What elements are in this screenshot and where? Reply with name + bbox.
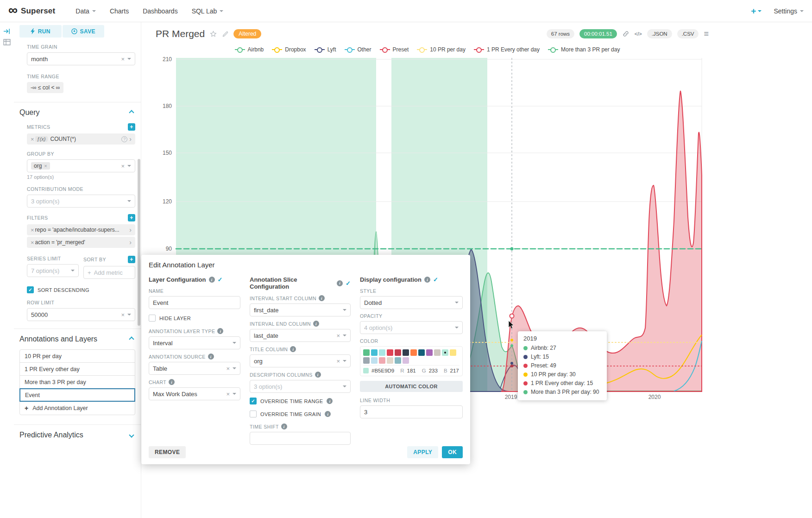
clear-icon[interactable]: × bbox=[336, 332, 340, 339]
color-swatch[interactable] bbox=[363, 349, 370, 356]
export-csv-button[interactable]: .CSV bbox=[677, 29, 699, 38]
clear-icon[interactable]: × bbox=[121, 311, 125, 318]
embed-code-icon[interactable]: </> bbox=[635, 31, 642, 37]
legend-item[interactable]: Dropbox bbox=[272, 46, 306, 53]
color-swatch[interactable] bbox=[379, 349, 385, 356]
color-swatch-selected[interactable] bbox=[442, 349, 448, 356]
predictive-section-header[interactable]: Predictive Analytics bbox=[19, 431, 135, 439]
interval-end-select[interactable]: last_date × bbox=[250, 329, 351, 342]
name-input[interactable] bbox=[149, 296, 240, 309]
chart-select[interactable]: Max Work Dates × bbox=[149, 387, 240, 400]
group-by-tag[interactable]: org × bbox=[31, 162, 50, 170]
legend-item[interactable]: 10 PR per day bbox=[417, 46, 466, 53]
color-swatch[interactable] bbox=[450, 349, 456, 356]
annotation-source-select[interactable]: Table × bbox=[149, 362, 240, 375]
color-swatch[interactable] bbox=[395, 349, 401, 356]
remove-tag-icon[interactable]: × bbox=[44, 163, 47, 169]
opacity-select[interactable]: 4 option(s) bbox=[360, 321, 463, 334]
filter-pill[interactable]: × repo = 'apache/incubator-supers... › bbox=[27, 224, 135, 235]
series-limit-select[interactable]: 7 option(s) bbox=[27, 264, 79, 277]
r-value[interactable]: 181 bbox=[407, 368, 416, 373]
legend-item[interactable]: Preset bbox=[380, 46, 409, 53]
clear-icon[interactable]: × bbox=[226, 365, 230, 372]
info-icon[interactable]: i bbox=[209, 277, 215, 283]
override-time-range-checkbox[interactable]: ✓ OVERRIDE TIME RANGE i bbox=[250, 398, 351, 404]
automatic-color-button[interactable]: AUTOMATIC COLOR bbox=[360, 381, 463, 392]
clear-icon[interactable]: × bbox=[226, 391, 230, 398]
annotation-layer-item[interactable]: 1 PR Every other day bbox=[19, 362, 135, 376]
annotation-layer-type-select[interactable]: Interval bbox=[149, 336, 240, 349]
info-icon[interactable]: i bbox=[319, 295, 325, 301]
color-swatch[interactable] bbox=[403, 349, 409, 356]
add-filter-button[interactable]: + bbox=[128, 214, 135, 221]
contribution-mode-select[interactable]: 3 option(s) bbox=[27, 195, 135, 208]
color-swatch[interactable] bbox=[418, 349, 425, 356]
time-range-pill[interactable]: -∞ ≤ col < ∞ bbox=[27, 82, 63, 93]
nav-menu-charts[interactable]: Charts bbox=[110, 7, 129, 15]
panel-scrollbar[interactable] bbox=[138, 159, 140, 326]
color-swatch[interactable] bbox=[387, 349, 393, 356]
color-swatch[interactable] bbox=[379, 357, 385, 364]
annotation-layer-item[interactable]: 10 PR per day bbox=[19, 349, 135, 363]
g-value[interactable]: 233 bbox=[429, 368, 438, 373]
remove-button[interactable]: REMOVE bbox=[149, 446, 186, 458]
time-grain-select[interactable]: month × bbox=[27, 52, 135, 65]
description-columns-select[interactable]: 3 option(s) bbox=[250, 380, 351, 393]
save-button[interactable]: SAVE bbox=[63, 25, 105, 38]
edit-pencil-icon[interactable] bbox=[222, 31, 229, 38]
info-icon[interactable]: i bbox=[313, 321, 319, 327]
color-swatch[interactable] bbox=[371, 349, 378, 356]
info-icon[interactable]: i bbox=[290, 346, 296, 352]
clear-icon[interactable]: × bbox=[336, 358, 340, 365]
settings-menu[interactable]: Settings bbox=[774, 7, 804, 15]
share-link-icon[interactable] bbox=[622, 30, 629, 38]
info-icon[interactable]: i bbox=[281, 423, 287, 430]
collapse-datasource-icon[interactable] bbox=[3, 28, 10, 37]
row-limit-select[interactable]: 50000 × bbox=[27, 308, 135, 321]
annotation-layer-item[interactable]: More than 3 PR per day bbox=[19, 375, 135, 389]
add-annotation-layer-button[interactable]: + Add Annotation Layer bbox=[19, 401, 135, 415]
b-value[interactable]: 217 bbox=[450, 368, 459, 373]
color-swatch[interactable] bbox=[387, 357, 393, 364]
annotation-layer-item-selected[interactable]: Event bbox=[19, 388, 135, 402]
clear-icon[interactable]: × bbox=[121, 163, 125, 170]
sort-by-select[interactable]: + Add metric bbox=[83, 266, 135, 279]
nav-menu-dashboards[interactable]: Dashboards bbox=[143, 7, 178, 15]
hide-layer-checkbox[interactable]: HIDE LAYER bbox=[149, 315, 240, 322]
legend-item[interactable]: Lyft bbox=[315, 46, 336, 53]
remove-filter-icon[interactable]: × bbox=[31, 239, 34, 246]
legend-item[interactable]: More than 3 PR per day bbox=[548, 46, 620, 53]
annotations-section-header[interactable]: Annotations and Layers bbox=[19, 335, 135, 343]
apply-button[interactable]: APPLY bbox=[407, 446, 438, 458]
superset-logo[interactable]: ∞ Superset bbox=[8, 6, 55, 16]
filter-pill[interactable]: × action = 'pr_merged' › bbox=[27, 237, 135, 248]
color-swatch[interactable] bbox=[426, 349, 433, 356]
nav-menu-data[interactable]: Data bbox=[76, 7, 96, 15]
datasource-grid-icon[interactable] bbox=[3, 39, 11, 47]
export-json-button[interactable]: .JSON bbox=[647, 29, 672, 38]
sort-descending-checkbox[interactable]: ✓ SORT DESCENDING bbox=[27, 286, 135, 293]
color-swatch[interactable] bbox=[403, 357, 409, 364]
color-swatch[interactable] bbox=[371, 357, 378, 364]
run-button[interactable]: RUN bbox=[19, 25, 62, 38]
override-time-grain-checkbox[interactable]: OVERRIDE TIME GRAIN i bbox=[250, 411, 351, 417]
info-icon[interactable]: i bbox=[327, 398, 333, 404]
color-swatch[interactable] bbox=[363, 357, 370, 364]
title-column-select[interactable]: org × bbox=[250, 354, 351, 367]
info-icon[interactable]: i bbox=[424, 277, 430, 283]
more-menu-icon[interactable]: ≡ bbox=[704, 30, 709, 38]
remove-metric-icon[interactable]: × bbox=[31, 136, 34, 143]
legend-item[interactable]: Airbnb bbox=[235, 46, 264, 53]
info-icon[interactable]: i bbox=[208, 354, 214, 360]
add-sort-metric-button[interactable]: + bbox=[128, 256, 135, 263]
info-icon[interactable]: i bbox=[315, 372, 321, 378]
nav-menu-sqllab[interactable]: SQL Lab bbox=[192, 7, 224, 15]
remove-filter-icon[interactable]: × bbox=[31, 227, 34, 234]
color-swatch[interactable] bbox=[434, 349, 441, 356]
line-width-input[interactable] bbox=[360, 405, 463, 418]
new-item-button[interactable]: + bbox=[751, 6, 762, 16]
interval-start-select[interactable]: first_date bbox=[250, 303, 351, 316]
hex-value[interactable]: #B5E9D9 bbox=[371, 368, 394, 373]
favorite-star-icon[interactable] bbox=[209, 30, 217, 38]
color-swatch[interactable] bbox=[410, 349, 417, 356]
